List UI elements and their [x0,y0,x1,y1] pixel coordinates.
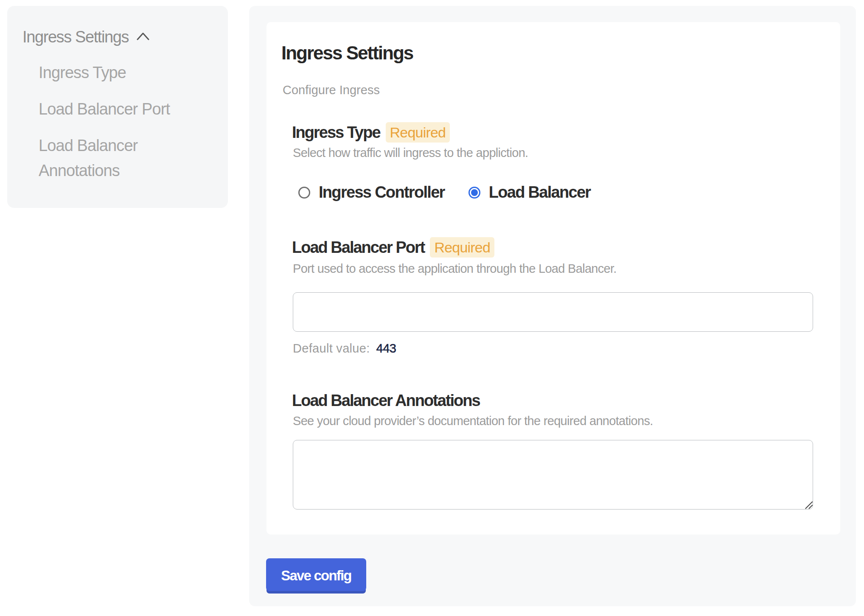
radio-load-balancer[interactable] [468,187,480,199]
load-balancer-annotations-textarea[interactable] [293,440,813,510]
load-balancer-port-label-row: Load Balancer Port Required [292,237,494,258]
page-subtitle: Configure Ingress [283,84,380,96]
radio-label-load-balancer: Load Balancer [489,187,591,199]
load-balancer-annotations-label: Load Balancer Annotations [292,390,480,411]
radio-option-ingress-controller[interactable]: Ingress Controller [298,187,445,199]
ingress-type-required-badge: Required [386,122,450,143]
load-balancer-port-caption: Port used to access the application thro… [293,263,617,275]
ingress-type-caption: Select how traffic will ingress to the a… [293,147,528,159]
ingress-type-label: Ingress Type [292,122,380,143]
sidebar-heading-label: Ingress Settings [22,29,129,45]
load-balancer-annotations-caption: See your cloud provider’s documentation … [293,415,653,427]
sidebar-heading-ingress-settings[interactable]: Ingress Settings [22,29,149,45]
page-title: Ingress Settings [281,44,413,62]
default-value-number: 443 [376,342,396,355]
load-balancer-port-required-badge: Required [430,237,494,258]
radio-label-ingress-controller: Ingress Controller [319,187,445,199]
settings-sidebar: Ingress Settings Ingress Type Load Balan… [7,6,228,208]
load-balancer-port-input[interactable] [293,292,813,332]
ingress-type-label-row: Ingress Type Required [292,122,450,143]
radio-option-load-balancer[interactable]: Load Balancer [468,187,591,199]
sidebar-item-ingress-type[interactable]: Ingress Type [39,60,126,85]
default-value-label: Default value: [293,342,370,355]
radio-ingress-controller[interactable] [298,187,310,199]
chevron-up-icon [137,32,149,40]
load-balancer-port-label: Load Balancer Port [292,237,424,258]
ingress-settings-card: Ingress Settings Configure Ingress Ingre… [266,22,840,535]
sidebar-item-load-balancer-port[interactable]: Load Balancer Port [39,97,170,122]
save-config-button[interactable]: Save config [266,558,366,591]
load-balancer-annotations-label-row: Load Balancer Annotations [292,390,480,411]
sidebar-item-load-balancer-annotations[interactable]: Load Balancer Annotations [39,133,217,183]
main-panel: Ingress Settings Configure Ingress Ingre… [249,6,856,606]
ingress-type-options: Ingress Controller Load Balancer [298,187,590,199]
default-value-row: Default value:443 [293,342,396,355]
